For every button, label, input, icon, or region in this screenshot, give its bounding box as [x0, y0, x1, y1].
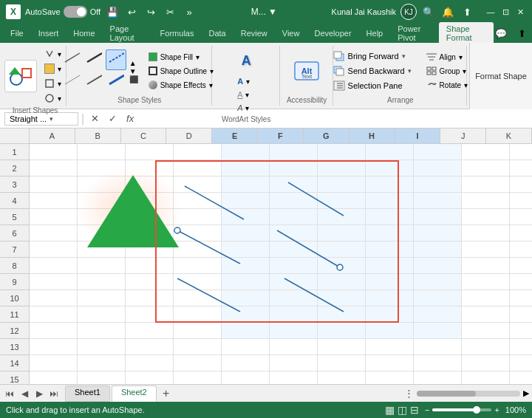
styles-scroll-down[interactable]: ▼: [129, 67, 138, 75]
autosave-toggle[interactable]: AutoSave Off: [25, 6, 100, 18]
autosave-switch[interactable]: [64, 6, 87, 18]
row-2[interactable]: 2: [0, 160, 30, 177]
share-ribbon-button[interactable]: ⬆: [514, 26, 529, 41]
row-11[interactable]: 11: [0, 306, 30, 323]
comments-button[interactable]: 💬: [494, 26, 508, 41]
cut-button[interactable]: ✂: [163, 4, 177, 19]
row-4[interactable]: 4: [0, 193, 30, 209]
restore-button[interactable]: ⊡: [499, 6, 511, 18]
tab-file[interactable]: File: [3, 27, 31, 40]
shape-outline-btn2[interactable]: Shape Outline ▾: [144, 65, 218, 77]
page-break-view-button[interactable]: ⊟: [410, 404, 419, 416]
col-header-a[interactable]: A: [30, 129, 75, 143]
add-sheet-button[interactable]: +: [158, 386, 174, 402]
col-header-k[interactable]: K: [486, 129, 532, 143]
grid-area[interactable]: ▲ ▼: [30, 144, 532, 384]
text-outline-btn[interactable]: A ▾: [233, 89, 259, 100]
name-box-dropdown[interactable]: ▾: [50, 115, 53, 123]
style-swatch-6[interactable]: [106, 72, 126, 92]
zoom-track[interactable]: [432, 408, 491, 411]
row-3[interactable]: 3: [0, 177, 30, 193]
tab-review[interactable]: Review: [233, 27, 275, 40]
horizontal-scroll-thumb[interactable]: [417, 391, 476, 397]
sheet-options-button[interactable]: ⋮: [404, 388, 414, 399]
normal-view-button[interactable]: ▦: [385, 404, 395, 416]
row-col-corner[interactable]: [0, 129, 30, 143]
col-header-f[interactable]: F: [258, 129, 304, 143]
close-button[interactable]: ✕: [514, 6, 526, 18]
redo-button[interactable]: ↪: [143, 4, 158, 19]
send-backward-button[interactable]: Send Backward ▾: [329, 64, 416, 78]
bring-forward-button[interactable]: Bring Forward ▾: [329, 49, 416, 63]
search-button[interactable]: 🔍: [421, 4, 436, 19]
row-6[interactable]: 6: [0, 225, 30, 241]
row-15[interactable]: 15: [0, 371, 30, 384]
row-10[interactable]: 10: [0, 290, 30, 306]
tab-insert[interactable]: Insert: [31, 27, 66, 40]
selection-pane-button[interactable]: Selection Pane: [329, 79, 416, 92]
row-9[interactable]: 9: [0, 274, 30, 290]
tab-home[interactable]: Home: [66, 27, 102, 40]
minimize-button[interactable]: —: [485, 6, 497, 18]
style-swatch-1[interactable]: [61, 49, 82, 70]
zoom-thumb[interactable]: [473, 406, 480, 414]
save-button[interactable]: 💾: [105, 4, 120, 19]
shapes-button[interactable]: [4, 60, 37, 92]
sheet-prev-button[interactable]: ◀: [18, 387, 31, 400]
formula-input[interactable]: [140, 114, 528, 123]
zoom-slider[interactable]: − +: [425, 405, 499, 414]
tab-help[interactable]: Help: [359, 27, 391, 40]
sheet-tab-2[interactable]: Sheet2: [112, 386, 157, 402]
shape-fill-btn2[interactable]: Shape Fill ▾: [144, 51, 218, 63]
row-7[interactable]: 7: [0, 241, 30, 258]
horizontal-scroll-track[interactable]: [417, 391, 520, 397]
text-effects-btn[interactable]: A ▾: [233, 102, 259, 114]
col-header-c[interactable]: C: [121, 129, 167, 143]
style-swatch-4[interactable]: [61, 72, 82, 92]
rotate-button[interactable]: Rotate ▾: [422, 79, 472, 91]
style-swatch-3[interactable]: [106, 49, 126, 70]
style-swatch-2[interactable]: [83, 49, 104, 70]
text-fill-btn[interactable]: A ▾: [233, 75, 259, 87]
styles-expand[interactable]: ⬛: [129, 75, 138, 83]
tab-view[interactable]: View: [275, 27, 307, 40]
page-layout-view-button[interactable]: ◫: [398, 404, 407, 416]
col-header-j[interactable]: J: [440, 129, 486, 143]
col-header-i[interactable]: I: [395, 129, 441, 143]
tab-power-pivot[interactable]: Power Pivot: [390, 22, 439, 44]
sheet-next-button[interactable]: ▶: [33, 387, 46, 400]
tab-page-layout[interactable]: Page Layout: [103, 22, 153, 44]
tab-data[interactable]: Data: [201, 27, 233, 40]
more-commands-button[interactable]: »: [182, 4, 197, 19]
format-shape-panel-label[interactable]: Format Shape: [469, 43, 532, 109]
sheet-first-button[interactable]: ⏮: [3, 387, 16, 400]
user-avatar[interactable]: KJ: [400, 4, 417, 20]
formula-confirm-button[interactable]: ✓: [105, 112, 120, 126]
row-5[interactable]: 5: [0, 209, 30, 225]
styles-scroll-up[interactable]: ▲: [129, 59, 138, 67]
col-header-g[interactable]: G: [304, 129, 349, 143]
row-12[interactable]: 12: [0, 323, 30, 339]
formula-fx-button[interactable]: fx: [123, 112, 137, 126]
shape-effects-btn2[interactable]: Shape Effects ▾: [144, 79, 218, 91]
spreadsheet[interactable]: A B C D E F G H I J K 1 2 3 4 5 6 7 8: [0, 129, 532, 384]
wordart-icon[interactable]: A: [233, 47, 259, 74]
col-header-d[interactable]: D: [166, 129, 212, 143]
row-1[interactable]: 1: [0, 144, 30, 160]
triangle-shape[interactable]: [87, 175, 179, 247]
group-button[interactable]: Group ▾: [422, 65, 472, 77]
col-header-b[interactable]: B: [75, 129, 121, 143]
undo-button[interactable]: ↩: [124, 4, 139, 19]
sheet-last-button[interactable]: ⏭: [47, 387, 61, 400]
tab-formulas[interactable]: Formulas: [153, 27, 202, 40]
align-button[interactable]: Align ▾: [422, 51, 472, 63]
scroll-right-button[interactable]: ▶: [523, 388, 529, 398]
alt-text-button[interactable]: Alt Text: [290, 55, 323, 87]
zoom-plus-button[interactable]: +: [494, 405, 499, 414]
style-swatch-5[interactable]: [83, 72, 104, 92]
share-button[interactable]: ⬆: [460, 4, 474, 19]
notification-button[interactable]: 🔔: [440, 4, 455, 19]
col-header-h[interactable]: H: [349, 129, 395, 143]
row-14[interactable]: 14: [0, 355, 30, 371]
row-8[interactable]: 8: [0, 258, 30, 274]
